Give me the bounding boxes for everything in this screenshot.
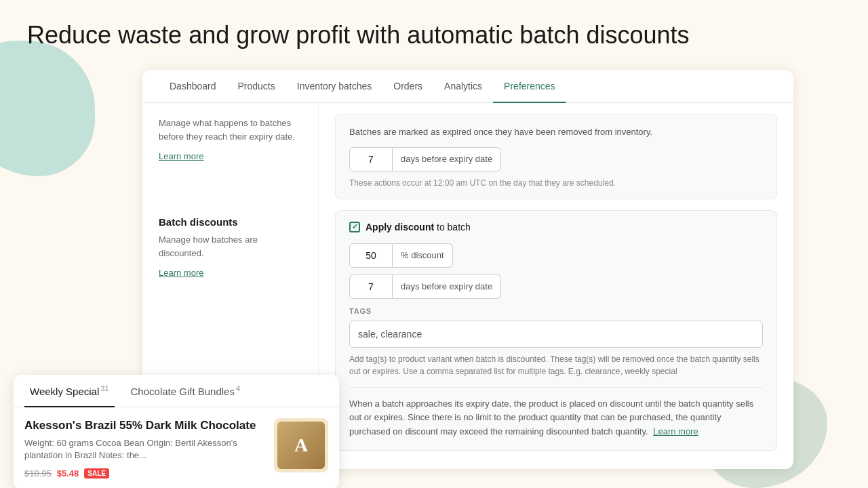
price-original: $10.95 — [24, 468, 52, 479]
product-title: Akesson's Brazil 55% Dark Milk Chocolate — [24, 418, 263, 433]
apply-discount-checkbox[interactable]: ✓ — [349, 222, 360, 232]
nav-products[interactable]: Products — [227, 70, 286, 102]
expiry-description: Manage what happens to batches before th… — [159, 117, 302, 143]
product-tabs: Weekly Special31 Chocolate Gift Bundles4 — [14, 375, 339, 407]
nav-inventory-batches[interactable]: Inventory batches — [286, 70, 383, 102]
nav-bar: Dashboard Products Inventory batches Ord… — [142, 70, 793, 103]
expiry-info-box: Batches are marked as expired once they … — [335, 114, 777, 199]
tags-heading: TAGS — [349, 307, 763, 315]
expiry-days-row: 7 days before expiry date — [349, 147, 763, 171]
expiry-days-input[interactable]: 7 — [349, 147, 393, 171]
apply-discount-label: Apply discount to batch — [366, 222, 471, 232]
expiry-learn-more-link[interactable]: Learn more — [159, 151, 203, 161]
bottom-learn-more-link[interactable]: Learn more — [653, 426, 698, 436]
tags-input[interactable]: sale, clearance — [349, 321, 763, 348]
batch-discounts-desc: Manage how batches are discounted. — [159, 233, 302, 260]
product-panel: Weekly Special31 Chocolate Gift Bundles4… — [14, 375, 339, 488]
discount-percent-label: % discount — [393, 243, 453, 268]
tab-chocolate-gift-bundles[interactable]: Chocolate Gift Bundles4 — [125, 375, 246, 407]
batch-discount-box: ✓ Apply discount to batch 50 % discount — [335, 210, 777, 451]
nav-dashboard[interactable]: Dashboard — [159, 70, 227, 102]
apply-discount-checkbox-row[interactable]: ✓ Apply discount to batch — [349, 222, 763, 232]
discount-days-label: days before expiry date — [393, 274, 501, 299]
bottom-info: When a batch approaches its expiry date,… — [349, 387, 763, 439]
batch-discounts-learn-more-link[interactable]: Learn more — [159, 268, 203, 278]
tab-weekly-special[interactable]: Weekly Special31 — [24, 375, 115, 407]
schedule-info: These actions occur at 12:00 am UTC on t… — [349, 178, 763, 188]
page-heading: Reduce waste and grow profit with automa… — [27, 20, 841, 49]
product-desc: Weight: 60 grams Cocoa Bean Origin: Bert… — [24, 437, 263, 462]
sale-badge: SALE — [84, 468, 109, 479]
right-column: Batches are marked as expired once they … — [319, 103, 793, 469]
checkbox-check-icon: ✓ — [352, 222, 358, 231]
nav-analytics[interactable]: Analytics — [433, 70, 493, 102]
tags-hint: Add tag(s) to product variant when batch… — [349, 353, 763, 378]
expiry-days-label: days before expiry date — [393, 147, 501, 171]
discount-days-row: 7 days before expiry date — [349, 274, 763, 299]
discount-days-input[interactable]: 7 — [349, 274, 393, 299]
nav-orders[interactable]: Orders — [382, 70, 433, 102]
discount-percent-row: 50 % discount — [349, 243, 763, 268]
discount-percent-input[interactable]: 50 — [349, 243, 393, 268]
product-info: Akesson's Brazil 55% Dark Milk Chocolate… — [24, 418, 263, 479]
product-image: A — [274, 418, 328, 472]
nav-preferences[interactable]: Preferences — [493, 70, 566, 102]
expired-info-text: Batches are marked as expired once they … — [349, 125, 763, 139]
product-pricing: $10.95 $5.48 SALE — [24, 468, 263, 479]
price-sale: $5.48 — [57, 468, 79, 479]
product-content: Akesson's Brazil 55% Dark Milk Chocolate… — [14, 407, 339, 488]
product-image-inner: A — [277, 422, 325, 469]
batch-discounts-title: Batch discounts — [159, 216, 302, 228]
